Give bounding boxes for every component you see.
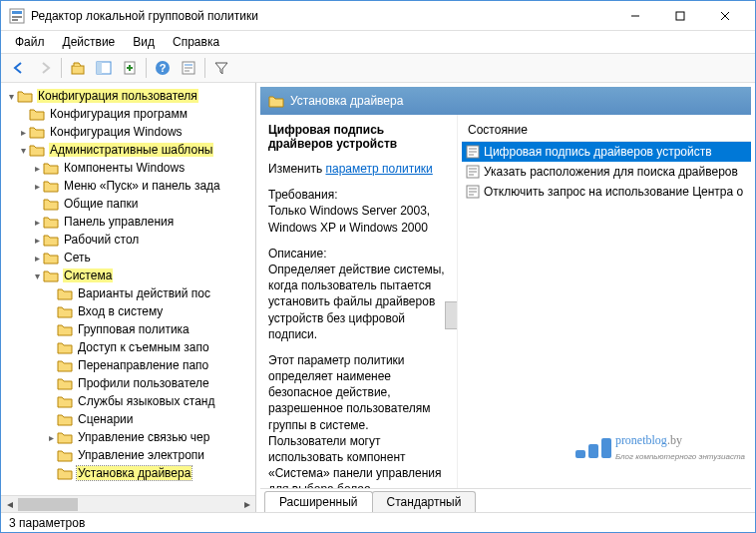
description-text-2: Этот параметр политики определяет наимен…: [268, 353, 442, 488]
edit-label: Изменить: [268, 162, 322, 176]
folder-icon: [43, 251, 59, 265]
tree-node[interactable]: Службы языковых станд: [77, 394, 215, 408]
svg-rect-3: [12, 19, 18, 21]
tab-extended[interactable]: Расширенный: [264, 491, 373, 512]
folder-icon: [57, 304, 73, 318]
tree-node[interactable]: Варианты действий пос: [77, 286, 211, 300]
folder-icon: [57, 340, 73, 354]
app-icon: [9, 8, 25, 24]
tree-node[interactable]: Рабочий стол: [63, 233, 140, 247]
description-heading: Описание:: [268, 247, 327, 261]
policy-row-selected[interactable]: Цифровая подпись драйверов устройств: [462, 142, 751, 162]
tree-node-admin-templates[interactable]: Административные шаблоны: [49, 143, 213, 157]
column-header-state[interactable]: Состояние: [462, 119, 751, 142]
tree-node[interactable]: Групповая политика: [77, 322, 190, 336]
tree-node[interactable]: Сценарии: [77, 412, 134, 426]
close-button[interactable]: [702, 2, 747, 30]
tree-node[interactable]: Доступ к съемным запо: [77, 340, 210, 354]
up-button[interactable]: [66, 56, 90, 80]
help-button[interactable]: ?: [151, 56, 175, 80]
policy-icon: [466, 165, 480, 179]
tree-node[interactable]: Профили пользователе: [77, 376, 210, 390]
folder-icon: [43, 179, 59, 193]
folder-icon: [57, 376, 73, 390]
tree-node[interactable]: Конфигурация Windows: [49, 125, 184, 139]
tree-node[interactable]: Панель управления: [63, 215, 175, 229]
details-header-title: Установка драйвера: [290, 94, 403, 108]
tree-pane: ▾Конфигурация пользователя Конфигурация …: [1, 83, 256, 512]
svg-rect-10: [97, 62, 102, 74]
menu-help[interactable]: Справка: [165, 33, 227, 51]
maximize-button[interactable]: [657, 2, 702, 30]
folder-icon: [57, 394, 73, 408]
tree-node-system[interactable]: Система: [63, 268, 113, 282]
folder-icon: [43, 215, 59, 229]
tree-node[interactable]: Конфигурация программ: [49, 107, 189, 121]
filter-button[interactable]: [209, 56, 233, 80]
policy-row-label: Цифровая подпись драйверов устройств: [484, 145, 712, 159]
tree-node-user-config[interactable]: Конфигурация пользователя: [37, 89, 198, 103]
requirements-text: Только Windows Server 2003, Windows XP и…: [268, 204, 430, 234]
menu-file[interactable]: Файл: [7, 33, 53, 51]
policy-row[interactable]: Указать расположения для поиска драйверо…: [462, 162, 751, 182]
folder-icon: [43, 268, 59, 282]
tree-node[interactable]: Перенаправление папо: [77, 358, 209, 372]
tree-node-driver-install[interactable]: Установка драйвера: [77, 466, 191, 480]
folder-icon: [57, 466, 73, 480]
folder-icon: [17, 89, 33, 103]
folder-icon: [57, 322, 73, 336]
svg-rect-8: [72, 66, 84, 74]
status-text: 3 параметров: [9, 516, 85, 530]
folder-icon: [57, 430, 73, 444]
properties-button[interactable]: [177, 56, 200, 80]
tree-node[interactable]: Общие папки: [63, 197, 139, 211]
tree-node[interactable]: Управление электропи: [77, 448, 205, 462]
policy-row-label: Указать расположения для поиска драйверо…: [484, 165, 738, 179]
policy-icon: [466, 145, 480, 159]
forward-button[interactable]: [33, 56, 57, 80]
description-text: Определяет действие системы, когда польз…: [268, 263, 445, 341]
menu-view[interactable]: Вид: [125, 33, 163, 51]
details-header: Установка драйвера: [260, 87, 751, 115]
view-tabs: Расширенный Стандартный: [260, 488, 751, 512]
folder-icon: [29, 125, 45, 139]
tab-standard[interactable]: Стандартный: [372, 491, 477, 512]
selected-policy-title: Цифровая подпись драйверов устройств: [268, 123, 447, 151]
window-title: Редактор локальной групповой политики: [31, 9, 612, 23]
edit-policy-link[interactable]: параметр политики: [325, 162, 432, 176]
folder-icon: [43, 197, 59, 211]
tree-node[interactable]: Вход в систему: [77, 304, 164, 318]
tree-node[interactable]: Управление связью чер: [77, 430, 210, 444]
description-pane: Цифровая подпись драйверов устройств Изм…: [260, 115, 458, 488]
folder-icon: [57, 412, 73, 426]
menu-action[interactable]: Действие: [55, 33, 124, 51]
statusbar: 3 параметров: [1, 512, 755, 532]
description-scroll-indicator[interactable]: [445, 301, 458, 329]
show-hide-tree-button[interactable]: [92, 56, 116, 80]
policy-row[interactable]: Отключить запрос на использование Центра…: [462, 182, 751, 202]
svg-rect-5: [676, 12, 684, 20]
folder-icon: [43, 161, 59, 175]
folder-icon: [268, 94, 284, 108]
export-button[interactable]: [118, 56, 142, 80]
folder-icon: [29, 107, 45, 121]
back-button[interactable]: [7, 56, 31, 80]
titlebar: Редактор локальной групповой политики: [1, 1, 755, 31]
folder-icon: [43, 233, 59, 247]
policy-icon: [466, 185, 480, 199]
tree-node[interactable]: Компоненты Windows: [63, 161, 186, 175]
navigation-tree[interactable]: ▾Конфигурация пользователя Конфигурация …: [1, 83, 255, 495]
policy-list-pane: Состояние Цифровая подпись драйверов уст…: [458, 115, 751, 488]
tree-node[interactable]: Сеть: [63, 251, 92, 265]
svg-rect-2: [12, 16, 22, 18]
tree-horizontal-scrollbar[interactable]: ◂▸: [1, 495, 255, 512]
folder-icon: [29, 143, 45, 157]
requirements-heading: Требования:: [268, 188, 338, 202]
tree-node[interactable]: Меню «Пуск» и панель зада: [63, 179, 221, 193]
svg-text:?: ?: [160, 62, 167, 74]
folder-icon: [57, 358, 73, 372]
minimize-button[interactable]: [612, 2, 657, 30]
svg-rect-1: [12, 11, 22, 14]
toolbar: ?: [1, 53, 755, 83]
watermark: pronetblog.by Блог компьютерного энтузиа…: [575, 433, 745, 462]
